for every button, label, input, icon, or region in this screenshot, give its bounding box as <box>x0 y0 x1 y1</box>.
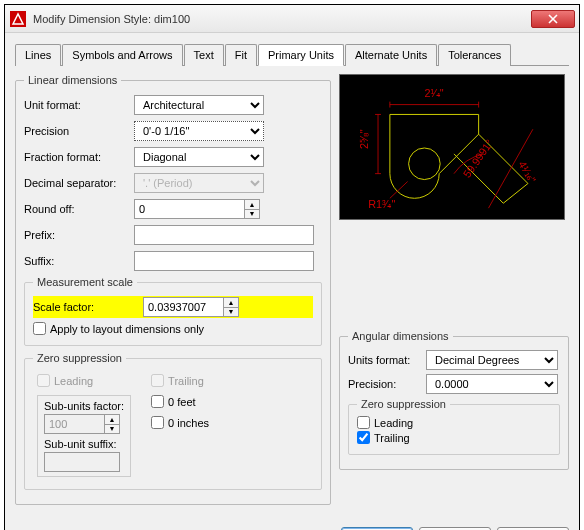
tab-lines[interactable]: Lines <box>15 44 61 66</box>
tab-symbols-arrows[interactable]: Symbols and Arrows <box>62 44 182 66</box>
precision-label: Precision <box>24 125 134 137</box>
leading-label: Leading <box>54 375 93 387</box>
angular-leading-checkbox[interactable] <box>357 416 370 429</box>
round-off-spinner[interactable]: ▲▼ <box>244 199 260 219</box>
svg-text:2¹⁄₄": 2¹⁄₄" <box>424 87 443 99</box>
apply-layout-checkbox[interactable] <box>33 322 46 335</box>
scale-factor-input[interactable] <box>143 297 223 317</box>
angular-precision-label: Precision: <box>348 378 426 390</box>
svg-text:2⁵⁄₈": 2⁵⁄₈" <box>358 129 370 149</box>
trailing-label: Trailing <box>168 375 204 387</box>
round-off-label: Round off: <box>24 203 134 215</box>
svg-point-1 <box>409 148 441 180</box>
round-off-input[interactable] <box>134 199 244 219</box>
angular-units-select[interactable]: Decimal Degrees <box>426 350 558 370</box>
linear-dimensions-group: Linear dimensions Unit format: Architect… <box>15 74 331 505</box>
tab-primary-units[interactable]: Primary Units <box>258 44 344 66</box>
preview-pane: 2¹⁄₄" 2⁵⁄₈" 4¹⁄₁₆" 59.9991° R1³⁄₄" <box>339 74 565 220</box>
leading-checkbox <box>37 374 50 387</box>
measurement-scale-group: Measurement scale Scale factor: ▲▼ Apply… <box>24 276 322 346</box>
button-row: OK Cancel Help <box>5 519 579 530</box>
tab-tolerances[interactable]: Tolerances <box>438 44 511 66</box>
fraction-format-select[interactable]: Diagonal <box>134 147 264 167</box>
titlebar: Modify Dimension Style: dim100 <box>5 5 579 33</box>
angular-dimensions-group: Angular dimensions Units format: Decimal… <box>339 330 569 470</box>
tab-text[interactable]: Text <box>184 44 224 66</box>
sub-factor-spinner: ▲▼ <box>104 414 120 434</box>
linear-legend: Linear dimensions <box>24 74 121 86</box>
suffix-label: Suffix: <box>24 255 134 267</box>
angular-precision-select[interactable]: 0.0000 <box>426 374 558 394</box>
angular-trailing-label: Trailing <box>374 432 410 444</box>
angular-legend: Angular dimensions <box>348 330 453 342</box>
prefix-label: Prefix: <box>24 229 134 241</box>
app-icon <box>9 10 27 28</box>
angular-zero-sup-group: Zero suppression Leading Trailing <box>348 398 560 455</box>
tab-fit[interactable]: Fit <box>225 44 257 66</box>
tab-bar: Lines Symbols and Arrows Text Fit Primar… <box>15 43 569 66</box>
decimal-sep-label: Decimal separator: <box>24 177 134 189</box>
tab-alternate-units[interactable]: Alternate Units <box>345 44 437 66</box>
zero-sup-legend: Zero suppression <box>33 352 126 364</box>
inches-checkbox[interactable] <box>151 416 164 429</box>
scale-factor-label: Scale factor: <box>33 301 143 313</box>
sub-factor-label: Sub-units factor: <box>44 400 124 412</box>
prefix-input[interactable] <box>134 225 314 245</box>
zero-suppression-group: Zero suppression Leading Sub-units facto… <box>24 352 322 490</box>
angular-zero-legend: Zero suppression <box>357 398 450 410</box>
sub-factor-input <box>44 414 104 434</box>
unit-format-label: Unit format: <box>24 99 134 111</box>
decimal-sep-select: '.' (Period) <box>134 173 264 193</box>
dialog-window: Modify Dimension Style: dim100 Lines Sym… <box>4 4 580 530</box>
fraction-format-label: Fraction format: <box>24 151 134 163</box>
window-title: Modify Dimension Style: dim100 <box>33 13 531 25</box>
svg-text:4¹⁄₁₆": 4¹⁄₁₆" <box>516 159 538 185</box>
measurement-legend: Measurement scale <box>33 276 137 288</box>
angular-leading-label: Leading <box>374 417 413 429</box>
sub-suffix-label: Sub-unit suffix: <box>44 438 124 450</box>
angular-trailing-checkbox[interactable] <box>357 431 370 444</box>
apply-layout-label: Apply to layout dimensions only <box>50 323 204 335</box>
unit-format-select[interactable]: Architectural <box>134 95 264 115</box>
svg-text:R1³⁄₄": R1³⁄₄" <box>368 198 395 210</box>
svg-text:59.9991°: 59.9991° <box>461 137 496 180</box>
inches-label: 0 inches <box>168 417 209 429</box>
sub-suffix-input <box>44 452 120 472</box>
scale-factor-spinner[interactable]: ▲▼ <box>223 297 239 317</box>
feet-checkbox[interactable] <box>151 395 164 408</box>
suffix-input[interactable] <box>134 251 314 271</box>
precision-select[interactable]: 0'-0 1/16" <box>134 121 264 141</box>
close-button[interactable] <box>531 10 575 28</box>
trailing-checkbox <box>151 374 164 387</box>
feet-label: 0 feet <box>168 396 196 408</box>
angular-units-label: Units format: <box>348 354 426 366</box>
